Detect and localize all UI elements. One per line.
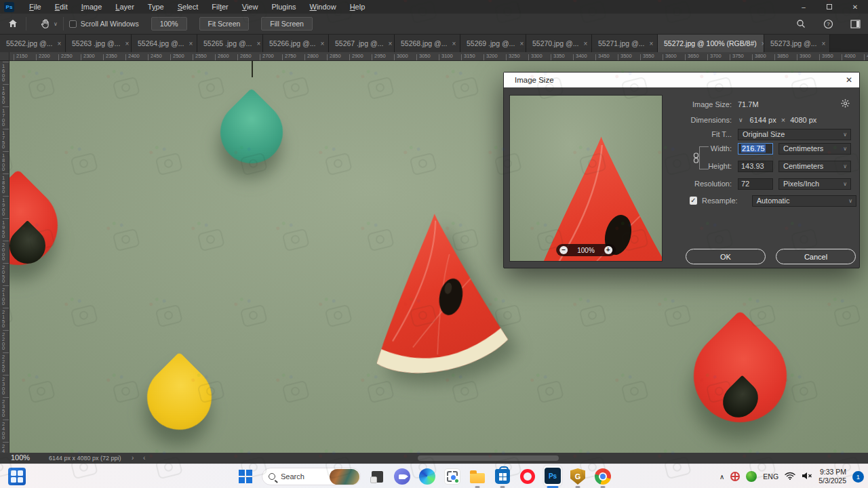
document-tab[interactable]: 55263 .jpg @...× — [66, 35, 132, 52]
search-highlight-image[interactable] — [330, 469, 359, 485]
tab-close-icon[interactable]: × — [519, 40, 524, 47]
tray-record-icon[interactable] — [730, 472, 740, 481]
home-icon[interactable] — [5, 16, 20, 31]
shield-app-icon[interactable]: G — [569, 468, 587, 485]
document-tab[interactable]: 55271.jpg @...× — [592, 35, 658, 52]
menu-window[interactable]: Window — [303, 1, 343, 13]
document-tab[interactable]: 55267 .jpg @...× — [329, 35, 395, 52]
close-button[interactable]: ✕ — [842, 0, 868, 14]
zoom-in-button[interactable]: + — [604, 246, 612, 254]
tab-close-icon[interactable]: × — [256, 40, 260, 47]
menu-filter[interactable]: Filter — [205, 1, 235, 13]
dialog-close-button[interactable]: ✕ — [846, 75, 852, 85]
menu-select[interactable]: Select — [171, 1, 205, 13]
help-icon[interactable]: ? — [821, 16, 835, 31]
fit-screen-button[interactable]: Fit Screen — [199, 17, 250, 30]
height-label: Height: — [504, 162, 738, 170]
task-view-icon[interactable] — [368, 468, 386, 485]
document-tab-active[interactable]: 55272.jpg @ 100% (RGB/8#)× — [658, 35, 764, 52]
search-icon[interactable] — [793, 16, 808, 31]
tray-downloader-icon[interactable] — [746, 471, 757, 482]
chat-icon[interactable] — [393, 468, 411, 485]
document-tab[interactable]: 55262.jpg @...× — [0, 35, 66, 52]
menu-plugins[interactable]: Plugins — [264, 1, 302, 13]
status-zoom-level[interactable]: 100% — [11, 453, 30, 462]
maximize-button[interactable] — [816, 0, 842, 14]
dialog-header[interactable]: Image Size ✕ — [504, 73, 859, 87]
workspace-icon[interactable] — [848, 16, 863, 31]
volume-muted-icon[interactable] — [802, 470, 812, 483]
tab-close-icon[interactable]: × — [821, 40, 825, 47]
scroll-all-windows-checkbox[interactable] — [69, 20, 77, 28]
height-unit-value: Centimeters — [783, 162, 823, 170]
chevron-down-icon: ∨ — [843, 146, 847, 152]
menu-view[interactable]: View — [235, 1, 265, 13]
resample-select[interactable]: Automatic ∨ — [752, 195, 856, 207]
chevron-down-icon: ∨ — [843, 163, 847, 169]
horizontal-scrollbar-thumb[interactable] — [418, 455, 559, 461]
tab-close-icon[interactable]: × — [320, 40, 324, 47]
divider — [63, 17, 64, 30]
lens-capture-icon[interactable] — [443, 468, 461, 485]
zoom-100-button[interactable]: 100% — [151, 17, 187, 30]
tab-label: 55263 .jpg @... — [72, 39, 120, 47]
start-button[interactable] — [237, 468, 254, 485]
hanging-string — [252, 61, 253, 77]
status-arrow-right[interactable]: › — [132, 454, 134, 462]
status-bar: 100% 6144 px x 4080 px (72 ppi) › ‹ — [0, 453, 868, 464]
cancel-button[interactable]: Cancel — [776, 249, 856, 264]
width-unit-value: Centimeters — [783, 144, 823, 152]
resolution-input[interactable]: 72 — [738, 178, 773, 190]
search-box[interactable]: Search — [262, 468, 361, 485]
tab-close-icon[interactable]: × — [388, 40, 392, 47]
tab-close-icon[interactable]: × — [452, 40, 456, 47]
fill-screen-button[interactable]: Fill Screen — [261, 17, 313, 30]
widgets-icon[interactable] — [8, 468, 26, 485]
gear-icon[interactable] — [841, 98, 850, 110]
document-tab[interactable]: 55265 .jpg @...× — [197, 35, 263, 52]
height-unit-select[interactable]: Centimeters ∨ — [778, 161, 851, 172]
tab-close-icon[interactable]: × — [649, 40, 653, 47]
clock[interactable]: 9:33 PM 5/3/2025 — [818, 468, 846, 485]
width-input[interactable]: 216.75 — [738, 143, 773, 155]
minimize-button[interactable]: – — [791, 0, 816, 14]
dimensions-dropdown-chevron[interactable]: ∨ — [738, 116, 744, 124]
status-arrow-left[interactable]: ‹ — [143, 454, 145, 462]
edge-browser-icon[interactable] — [418, 468, 436, 485]
ok-button[interactable]: OK — [686, 249, 766, 264]
menu-type[interactable]: Type — [141, 1, 171, 13]
search-placeholder: Search — [281, 472, 304, 481]
document-tab[interactable]: 55273.jpg @...× — [764, 35, 830, 52]
document-tab[interactable]: 55270.jpg @...× — [526, 35, 592, 52]
language-indicator[interactable]: ENG — [763, 472, 778, 481]
microsoft-store-icon[interactable] — [494, 468, 511, 485]
hand-tool-icon[interactable] — [37, 16, 52, 31]
resolution-unit-select[interactable]: Pixels/Inch ∨ — [778, 178, 851, 190]
file-explorer-icon[interactable] — [469, 468, 486, 485]
menu-layer[interactable]: Layer — [108, 1, 141, 13]
document-tab[interactable]: 55266.jpg @...× — [263, 35, 329, 52]
document-tab[interactable]: 55269 .jpg @...× — [460, 35, 526, 52]
menu-help[interactable]: Help — [343, 1, 372, 13]
resample-checkbox[interactable]: ✓ — [690, 197, 697, 205]
opera-browser-icon[interactable] — [519, 468, 536, 485]
notification-badge[interactable]: 1 — [852, 471, 864, 483]
height-input[interactable]: 143.93 — [738, 161, 773, 172]
document-tab[interactable]: 55264.jpg @...× — [132, 35, 197, 52]
document-tab[interactable]: 55268.jpg @...× — [395, 35, 460, 52]
tray-expand-chevron[interactable]: ∧ — [719, 473, 724, 481]
menu-edit[interactable]: Edit — [48, 1, 75, 13]
menu-file[interactable]: File — [22, 1, 48, 13]
zoom-out-button[interactable]: − — [559, 246, 568, 254]
wifi-icon[interactable] — [785, 470, 795, 483]
tab-close-icon[interactable]: × — [583, 40, 587, 47]
chrome-browser-icon[interactable] — [594, 468, 612, 485]
tab-close-icon[interactable]: × — [189, 40, 193, 47]
menu-image[interactable]: Image — [75, 1, 109, 13]
fit-to-select[interactable]: Original Size ∨ — [738, 129, 851, 140]
hand-tool-dropdown-chevron[interactable]: ∨ — [54, 21, 58, 27]
tab-close-icon[interactable]: × — [57, 40, 61, 47]
width-unit-select[interactable]: Centimeters ∨ — [778, 143, 851, 155]
photoshop-taskbar-icon[interactable]: Ps — [544, 468, 561, 485]
tab-close-icon[interactable]: × — [125, 40, 129, 47]
